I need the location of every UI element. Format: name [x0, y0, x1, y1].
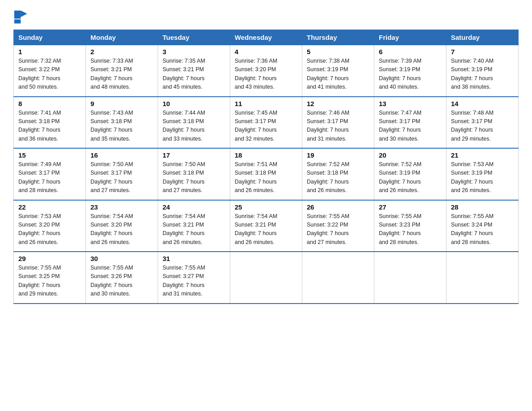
- calendar-cell: 17Sunrise: 7:50 AMSunset: 3:18 PMDayligh…: [158, 148, 230, 200]
- day-info: Sunrise: 7:38 AMSunset: 3:19 PMDaylight:…: [307, 57, 369, 92]
- calendar-cell: 26Sunrise: 7:55 AMSunset: 3:22 PMDayligh…: [302, 200, 374, 252]
- day-info: Sunrise: 7:40 AMSunset: 3:19 PMDaylight:…: [451, 57, 514, 92]
- calendar-cell: 20Sunrise: 7:52 AMSunset: 3:19 PMDayligh…: [374, 148, 446, 200]
- day-info: Sunrise: 7:55 AMSunset: 3:26 PMDaylight:…: [90, 264, 153, 299]
- calendar-cell: 19Sunrise: 7:52 AMSunset: 3:18 PMDayligh…: [302, 148, 374, 200]
- day-info: Sunrise: 7:32 AMSunset: 3:22 PMDaylight:…: [18, 57, 81, 92]
- calendar-cell: 24Sunrise: 7:54 AMSunset: 3:21 PMDayligh…: [158, 200, 230, 252]
- calendar-cell: 6Sunrise: 7:39 AMSunset: 3:19 PMDaylight…: [374, 45, 446, 97]
- day-number: 22: [18, 203, 81, 211]
- day-number: 19: [307, 151, 369, 159]
- week-row-5: 29Sunrise: 7:55 AMSunset: 3:25 PMDayligh…: [14, 252, 519, 304]
- day-number: 1: [18, 48, 81, 56]
- day-number: 21: [451, 151, 514, 159]
- day-number: 27: [379, 203, 442, 211]
- day-number: 3: [163, 48, 225, 56]
- calendar-cell: 15Sunrise: 7:49 AMSunset: 3:17 PMDayligh…: [14, 148, 86, 200]
- day-info: Sunrise: 7:53 AMSunset: 3:19 PMDaylight:…: [451, 160, 514, 195]
- day-info: Sunrise: 7:52 AMSunset: 3:18 PMDaylight:…: [307, 160, 369, 195]
- calendar-body: 1Sunrise: 7:32 AMSunset: 3:22 PMDaylight…: [14, 45, 519, 304]
- day-info: Sunrise: 7:50 AMSunset: 3:17 PMDaylight:…: [90, 160, 153, 195]
- calendar-cell: [302, 252, 374, 304]
- day-info: Sunrise: 7:43 AMSunset: 3:18 PMDaylight:…: [90, 109, 153, 144]
- day-info: Sunrise: 7:49 AMSunset: 3:17 PMDaylight:…: [18, 160, 81, 195]
- day-number: 18: [235, 151, 297, 159]
- calendar-cell: [446, 252, 519, 304]
- day-info: Sunrise: 7:50 AMSunset: 3:18 PMDaylight:…: [163, 160, 225, 195]
- calendar-cell: 27Sunrise: 7:55 AMSunset: 3:23 PMDayligh…: [374, 200, 446, 252]
- day-info: Sunrise: 7:44 AMSunset: 3:18 PMDaylight:…: [163, 109, 225, 144]
- day-number: 13: [379, 100, 442, 107]
- logo-icon: [13, 9, 30, 25]
- calendar-cell: 29Sunrise: 7:55 AMSunset: 3:25 PMDayligh…: [14, 252, 86, 304]
- day-info: Sunrise: 7:55 AMSunset: 3:23 PMDaylight:…: [379, 212, 442, 247]
- calendar-cell: [230, 252, 302, 304]
- weekday-header-tuesday: Tuesday: [158, 30, 230, 45]
- day-number: 24: [163, 203, 225, 211]
- calendar-cell: 25Sunrise: 7:54 AMSunset: 3:21 PMDayligh…: [230, 200, 302, 252]
- day-info: Sunrise: 7:55 AMSunset: 3:27 PMDaylight:…: [163, 264, 225, 299]
- day-info: Sunrise: 7:33 AMSunset: 3:21 PMDaylight:…: [90, 57, 153, 92]
- calendar-cell: 8Sunrise: 7:41 AMSunset: 3:18 PMDaylight…: [14, 97, 86, 149]
- day-number: 16: [90, 151, 153, 159]
- day-info: Sunrise: 7:55 AMSunset: 3:24 PMDaylight:…: [451, 212, 514, 247]
- calendar-cell: 5Sunrise: 7:38 AMSunset: 3:19 PMDaylight…: [302, 45, 374, 97]
- week-row-1: 1Sunrise: 7:32 AMSunset: 3:22 PMDaylight…: [14, 45, 519, 97]
- calendar-cell: 18Sunrise: 7:51 AMSunset: 3:18 PMDayligh…: [230, 148, 302, 200]
- calendar-cell: 4Sunrise: 7:36 AMSunset: 3:20 PMDaylight…: [230, 45, 302, 97]
- calendar-cell: [374, 252, 446, 304]
- day-info: Sunrise: 7:55 AMSunset: 3:22 PMDaylight:…: [307, 212, 369, 247]
- day-info: Sunrise: 7:54 AMSunset: 3:21 PMDaylight:…: [235, 212, 297, 247]
- day-info: Sunrise: 7:53 AMSunset: 3:20 PMDaylight:…: [18, 212, 81, 247]
- calendar-cell: 9Sunrise: 7:43 AMSunset: 3:18 PMDaylight…: [86, 97, 158, 149]
- calendar-cell: 3Sunrise: 7:35 AMSunset: 3:21 PMDaylight…: [158, 45, 230, 97]
- day-number: 17: [163, 151, 225, 159]
- weekday-header-row: SundayMondayTuesdayWednesdayThursdayFrid…: [14, 30, 519, 45]
- week-row-3: 15Sunrise: 7:49 AMSunset: 3:17 PMDayligh…: [14, 148, 519, 200]
- day-number: 15: [18, 151, 81, 159]
- weekday-header-wednesday: Wednesday: [230, 30, 302, 45]
- calendar-cell: 31Sunrise: 7:55 AMSunset: 3:27 PMDayligh…: [158, 252, 230, 304]
- calendar-cell: 14Sunrise: 7:48 AMSunset: 3:17 PMDayligh…: [446, 97, 519, 149]
- calendar-cell: 7Sunrise: 7:40 AMSunset: 3:19 PMDaylight…: [446, 45, 519, 97]
- day-number: 14: [451, 100, 514, 107]
- day-number: 12: [307, 100, 369, 107]
- day-info: Sunrise: 7:52 AMSunset: 3:19 PMDaylight:…: [379, 160, 442, 195]
- day-info: Sunrise: 7:35 AMSunset: 3:21 PMDaylight:…: [163, 57, 225, 92]
- calendar-cell: 10Sunrise: 7:44 AMSunset: 3:18 PMDayligh…: [158, 97, 230, 149]
- day-number: 25: [235, 203, 297, 211]
- calendar-cell: 21Sunrise: 7:53 AMSunset: 3:19 PMDayligh…: [446, 148, 519, 200]
- day-info: Sunrise: 7:39 AMSunset: 3:19 PMDaylight:…: [379, 57, 442, 92]
- day-number: 8: [18, 100, 81, 107]
- day-info: Sunrise: 7:54 AMSunset: 3:20 PMDaylight:…: [90, 212, 153, 247]
- day-info: Sunrise: 7:51 AMSunset: 3:18 PMDaylight:…: [235, 160, 297, 195]
- calendar-cell: 23Sunrise: 7:54 AMSunset: 3:20 PMDayligh…: [86, 200, 158, 252]
- day-info: Sunrise: 7:36 AMSunset: 3:20 PMDaylight:…: [235, 57, 297, 92]
- weekday-header-saturday: Saturday: [446, 30, 519, 45]
- svg-rect-2: [14, 19, 21, 23]
- calendar-cell: 12Sunrise: 7:46 AMSunset: 3:17 PMDayligh…: [302, 97, 374, 149]
- calendar-cell: 16Sunrise: 7:50 AMSunset: 3:17 PMDayligh…: [86, 148, 158, 200]
- day-info: Sunrise: 7:47 AMSunset: 3:17 PMDaylight:…: [379, 109, 442, 144]
- calendar-table: SundayMondayTuesdayWednesdayThursdayFrid…: [13, 30, 519, 304]
- day-number: 20: [379, 151, 442, 159]
- day-info: Sunrise: 7:54 AMSunset: 3:21 PMDaylight:…: [163, 212, 225, 247]
- day-info: Sunrise: 7:48 AMSunset: 3:17 PMDaylight:…: [451, 109, 514, 144]
- logo: [13, 9, 30, 25]
- calendar-cell: 30Sunrise: 7:55 AMSunset: 3:26 PMDayligh…: [86, 252, 158, 304]
- calendar-cell: 11Sunrise: 7:45 AMSunset: 3:17 PMDayligh…: [230, 97, 302, 149]
- day-number: 26: [307, 203, 369, 211]
- page-header: [13, 9, 519, 25]
- calendar-header: SundayMondayTuesdayWednesdayThursdayFrid…: [14, 30, 519, 45]
- day-number: 10: [163, 100, 225, 107]
- day-number: 29: [18, 255, 81, 262]
- calendar-cell: 2Sunrise: 7:33 AMSunset: 3:21 PMDaylight…: [86, 45, 158, 97]
- day-number: 11: [235, 100, 297, 107]
- day-info: Sunrise: 7:55 AMSunset: 3:25 PMDaylight:…: [18, 264, 81, 299]
- day-number: 30: [90, 255, 153, 262]
- weekday-header-monday: Monday: [86, 30, 158, 45]
- calendar-cell: 13Sunrise: 7:47 AMSunset: 3:17 PMDayligh…: [374, 97, 446, 149]
- calendar-cell: 22Sunrise: 7:53 AMSunset: 3:20 PMDayligh…: [14, 200, 86, 252]
- weekday-header-sunday: Sunday: [14, 30, 86, 45]
- calendar-cell: 28Sunrise: 7:55 AMSunset: 3:24 PMDayligh…: [446, 200, 519, 252]
